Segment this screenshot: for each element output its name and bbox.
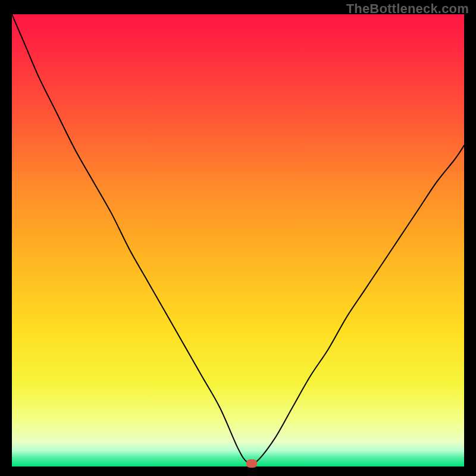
gradient-background — [12, 14, 464, 466]
minimum-marker — [246, 459, 257, 468]
chart-svg — [12, 14, 464, 466]
plot-area — [12, 14, 464, 466]
chart-frame: TheBottleneck.com — [0, 0, 476, 476]
watermark-text: TheBottleneck.com — [346, 1, 469, 17]
